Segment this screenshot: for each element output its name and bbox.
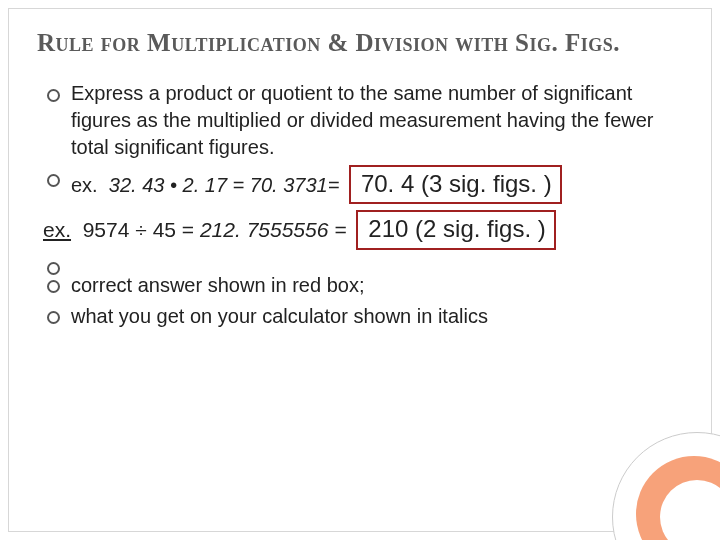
slide-content: Express a product or quotient to the sam… [37, 80, 683, 329]
bullet-note-1: correct answer shown in red box; [43, 272, 683, 299]
bullet-rule: Express a product or quotient to the sam… [43, 80, 683, 161]
slide: Rule for Multiplication & Division with … [8, 8, 712, 532]
corner-circle-inner [660, 480, 720, 540]
ex2-calculator-value: 212. 7555556 = [200, 218, 347, 241]
ex1-answer-box: 70. 4 (3 sig. figs. ) [349, 165, 562, 204]
corner-circle-orange [636, 456, 720, 540]
ex1-expression: 32. 43 • 2. 17 = 70. 3731= [109, 174, 340, 196]
ex2-label: ex. [43, 218, 71, 241]
ex1-label: ex. [71, 174, 98, 196]
notes-list: correct answer shown in red box; what yo… [37, 254, 683, 330]
ex2-rhs: 45 = [153, 218, 194, 241]
slide-title: Rule for Multiplication & Division with … [37, 27, 683, 58]
ex2-answer-box: 210 (2 sig. figs. ) [356, 210, 555, 249]
bullet-empty [43, 254, 683, 268]
bullet-list: Express a product or quotient to the sam… [37, 80, 683, 204]
corner-decoration [602, 422, 712, 532]
example-2-line: ex. 9574 ÷ 45 = 212. 7555556 = 210 (2 si… [37, 210, 683, 249]
bullet-example-1: ex. 32. 43 • 2. 17 = 70. 3731= 70. 4 (3 … [43, 165, 683, 204]
ex2-lhs: 9574 [83, 218, 130, 241]
ex2-operator: ÷ [135, 218, 147, 241]
corner-circle-outer [612, 432, 720, 540]
bullet-note-2: what you get on your calculator shown in… [43, 303, 683, 330]
